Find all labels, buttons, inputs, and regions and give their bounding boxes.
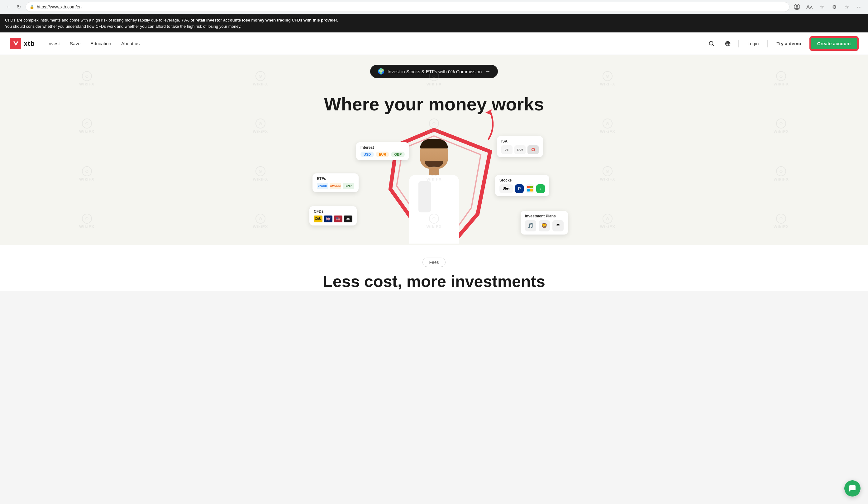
nav-right: Login Try a demo Create account <box>706 37 858 50</box>
cfds-card: CFDs XAU 🇬🇧 🇺🇸 500 <box>309 206 357 225</box>
risk-warning-banner: CFDs are complex instruments and come wi… <box>0 14 868 32</box>
refresh-button[interactable]: ↻ <box>14 2 23 11</box>
etfs-card: ETFs LYXOR AMUNDI BNP <box>312 173 359 192</box>
interest-card: Interest USD EUR GBP <box>356 142 409 160</box>
nav-save[interactable]: Save <box>70 41 80 46</box>
promo-icon: 🌍 <box>378 68 384 75</box>
person-name: Zlatan Ibrahimović <box>400 245 468 245</box>
nav-divider-1 <box>738 40 739 48</box>
bookmark-btn[interactable]: ☆ <box>817 2 827 12</box>
uk-flag: 🇬🇧 <box>324 215 332 222</box>
address-bar[interactable]: 🔒 https://www.xtb.com/en <box>25 2 789 12</box>
investment-plans-card: Investment Plans 🎵 🦁 ☂ <box>520 211 568 234</box>
us-flag: 🇺🇸 <box>334 215 342 222</box>
fees-label: Fees <box>0 258 868 267</box>
less-cost-title: Less cost, more investments <box>0 272 868 291</box>
stocks-card-title: Stocks <box>499 178 545 182</box>
browser-chrome: ← ↻ 🔒 https://www.xtb.com/en Aᴀ ☆ ⚙ ☆ ⋯ <box>0 0 868 14</box>
bnp-logo: BNP <box>343 183 354 189</box>
back-button[interactable]: ← <box>4 2 12 11</box>
warning-text-1: CFDs are complex instruments and come wi… <box>5 18 180 22</box>
search-button[interactable] <box>706 38 717 49</box>
navbar: xtb Invest Save Education About us Login… <box>0 32 868 55</box>
gold-cfd: XAU <box>314 215 322 222</box>
hero-title: Where your money works <box>0 94 868 114</box>
etfs-card-title: ETFs <box>317 177 354 181</box>
warning-text-bold: 73% of retail investor accounts lose mon… <box>181 18 338 22</box>
usd-chip: USD <box>361 152 374 157</box>
nav-divider-2 <box>767 40 768 48</box>
nav-links: Invest Save Education About us <box>47 41 706 46</box>
hero-illustration: Zlatan Ibrahimović Interest USD EUR GBP … <box>294 127 574 245</box>
more-btn[interactable]: ⋯ <box>854 2 864 12</box>
inv-icon-1: 🎵 <box>525 220 536 231</box>
try-demo-button[interactable]: Try a demo <box>773 38 805 49</box>
investment-plans-title: Investment Plans <box>525 214 564 218</box>
isa-card-title: ISA <box>501 139 539 143</box>
promo-arrow-icon: → <box>485 68 490 75</box>
logo-icon <box>10 38 21 49</box>
isa-logo-3: ⭕ <box>527 145 539 154</box>
cfd-500: 500 <box>344 215 352 222</box>
spotify-logo: ♪ <box>536 184 545 193</box>
logo-link[interactable]: xtb <box>10 38 35 49</box>
profile-icon-btn[interactable] <box>792 2 802 12</box>
hero-section: ⊙WikiFX ⊙WikiFX ⊙WikiFX ⊙WikiFX ⊙WikiFX … <box>0 55 868 245</box>
gbp-chip: GBP <box>391 152 405 157</box>
favorites-btn[interactable]: ☆ <box>842 2 852 12</box>
promo-text: Invest in Stocks & ETFs with 0% Commissi… <box>388 69 482 74</box>
nav-education[interactable]: Education <box>90 41 111 46</box>
lock-icon: 🔒 <box>30 5 34 9</box>
microsoft-logo <box>526 184 534 193</box>
cfds-card-title: CFDs <box>314 209 352 214</box>
stocks-card: Stocks Uber P ♪ <box>495 175 549 196</box>
svg-point-1 <box>796 5 798 7</box>
nav-invest[interactable]: Invest <box>47 41 60 46</box>
eur-chip: EUR <box>376 152 389 157</box>
language-button[interactable] <box>722 38 733 49</box>
fees-badge: Fees <box>423 258 445 267</box>
login-button[interactable]: Login <box>744 38 763 49</box>
url-text: https://www.xtb.com/en <box>37 4 785 9</box>
isa-card: ISA UBI SAM ⭕ <box>497 136 543 157</box>
isa-logo-1: UBI <box>501 145 513 154</box>
amundi-logo: AMUNDI <box>330 183 341 189</box>
nav-about-us[interactable]: About us <box>121 41 140 46</box>
inv-icon-3: ☂ <box>552 220 564 231</box>
logo-text: xtb <box>24 40 35 48</box>
lyxor-logo: LYXOR <box>317 183 328 189</box>
settings-btn[interactable]: ⚙ <box>829 2 839 12</box>
create-account-button[interactable]: Create account <box>810 37 858 50</box>
warning-text-2: You should consider whether you understa… <box>5 24 241 29</box>
lower-section: Fees Less cost, more investments <box>0 245 868 291</box>
font-size-btn[interactable]: Aᴀ <box>804 2 814 12</box>
interest-card-title: Interest <box>361 145 405 150</box>
uber-logo: Uber <box>499 184 513 193</box>
isa-logo-2: SAM <box>514 145 526 154</box>
promo-pill[interactable]: 🌍 Invest in Stocks & ETFs with 0% Commis… <box>370 65 498 78</box>
inv-icon-2: 🦁 <box>539 220 550 231</box>
paypal-logo: P <box>515 184 524 193</box>
